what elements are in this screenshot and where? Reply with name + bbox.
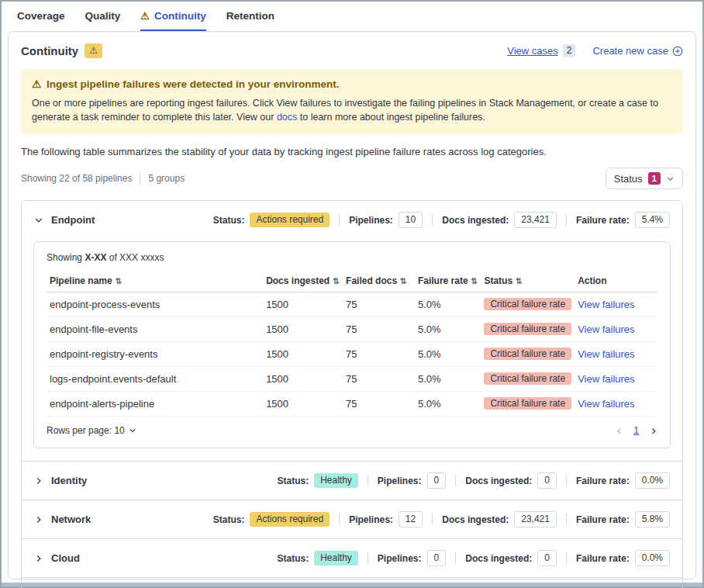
pagination: ‹ 1 ›	[615, 424, 657, 437]
tab-coverage[interactable]: Coverage	[17, 9, 65, 31]
divider	[432, 514, 433, 525]
group-cloud-stats: Status:Healthy Pipelines:0 Docs ingested…	[278, 550, 671, 566]
warning-triangle-icon: ⚠	[89, 44, 98, 57]
docs-ingested-count: 23,421	[514, 511, 557, 527]
chevron-right-icon[interactable]	[34, 554, 43, 563]
divider	[455, 552, 456, 564]
previous-page-button[interactable]: ‹	[615, 424, 623, 437]
failed-docs-cell: 75	[343, 342, 415, 367]
pipelines-count: 0	[427, 550, 447, 566]
status-label: Status:	[213, 514, 245, 525]
chevron-down-icon[interactable]	[34, 216, 43, 225]
tab-continuity[interactable]: ⚠ Continuity	[140, 9, 205, 31]
docs-ingested-count: 23,421	[514, 212, 557, 228]
sort-header-docs-ingested[interactable]: Docs ingested⇅	[263, 271, 343, 292]
view-cases-link[interactable]: View cases 2	[507, 44, 575, 57]
docs-ingested-cell: 1500	[263, 392, 343, 417]
failure-rate-label: Failure rate:	[576, 215, 630, 226]
panel-header: Continuity ⚠ View cases 2 Create new cas…	[21, 43, 683, 58]
meta-row: Showing 22 of 58 pipelines 5 groups Stat…	[21, 168, 683, 189]
view-failures-link[interactable]: View failures	[578, 398, 634, 410]
warning-triangle-icon: ⚠	[32, 78, 41, 90]
action-cell: View failures	[575, 317, 657, 342]
action-cell: View failures	[575, 367, 657, 392]
tab-retention[interactable]: Retention	[226, 9, 274, 31]
status-filter-count-badge: 1	[648, 172, 661, 185]
group-identity-header[interactable]: Identity Status:Healthy Pipelines:0 Docs…	[22, 462, 682, 500]
group-endpoint-stats: Status:Actions required Pipelines:10 Doc…	[213, 212, 670, 228]
pipelines-label: Pipelines:	[349, 215, 393, 226]
view-failures-link[interactable]: View failures	[578, 323, 634, 335]
divider	[432, 214, 433, 226]
pipeline-name-cell: endpoint-alerts-pipeline	[47, 392, 263, 417]
docs-ingested-cell: 1500	[263, 367, 343, 392]
docs-ingested-cell: 1500	[263, 292, 343, 317]
failure-rate-value: 5.4%	[635, 212, 670, 228]
status-badge: Healthy	[314, 473, 358, 488]
divider	[140, 173, 140, 185]
tab-quality[interactable]: Quality	[85, 9, 121, 31]
showing-range: X-XX	[85, 252, 106, 263]
sort-icon: ⇅	[333, 276, 340, 285]
table-description: The following table summarizes the stabi…	[21, 146, 683, 157]
pipelines-count: 0	[427, 472, 447, 489]
sort-header-failure-rate[interactable]: Failure rate⇅	[415, 271, 481, 292]
status-badge: Healthy	[314, 551, 358, 566]
docs-ingested-label: Docs ingested:	[442, 215, 509, 226]
tab-coverage-label: Coverage	[17, 10, 65, 22]
failed-docs-cell: 75	[343, 317, 415, 342]
table-showing-text: Showing X-XX of XXX xxxxs	[47, 252, 657, 263]
chevron-right-icon[interactable]	[34, 476, 43, 486]
view-failures-link[interactable]: View failures	[578, 299, 634, 310]
docs-ingested-cell: 1500	[263, 342, 343, 367]
pipelines-count: 10	[399, 212, 423, 228]
divider	[566, 214, 567, 226]
app-screen: Coverage Quality ⚠ Continuity Retention …	[0, 0, 704, 588]
failure-rate-cell: 5.0%	[415, 367, 481, 392]
table-row: endpoint-file-events 1500 75 5.0% Critic…	[47, 317, 657, 342]
showing-suffix: of XXX xxxxs	[106, 252, 164, 263]
view-failures-link[interactable]: View failures	[578, 348, 634, 360]
chevron-right-icon[interactable]	[34, 515, 43, 524]
docs-link[interactable]: docs	[277, 112, 297, 123]
callout-title: ⚠ Ingest pipeline failures were detected…	[32, 78, 672, 90]
status-badge: Actions required	[250, 213, 330, 227]
pipeline-name-cell: endpoint-file-events	[47, 317, 263, 342]
group-identity-stats: Status:Healthy Pipelines:0 Docs ingested…	[278, 472, 671, 489]
chevron-down-icon	[666, 175, 675, 183]
divider	[368, 475, 368, 486]
sort-header-status[interactable]: Status⇅	[481, 271, 575, 292]
status-filter-button[interactable]: Status 1	[606, 168, 683, 189]
warning-callout: ⚠ Ingest pipeline failures were detected…	[21, 69, 683, 134]
rows-per-page-button[interactable]: Rows per page: 10	[47, 425, 136, 436]
docs-ingested-count: 0	[537, 550, 557, 566]
create-new-case-link[interactable]: Create new case	[592, 45, 683, 57]
next-page-button[interactable]: ›	[650, 424, 657, 437]
divider	[566, 475, 567, 486]
create-case-label[interactable]: Create new case	[592, 45, 668, 57]
view-failures-link[interactable]: View failures	[578, 373, 634, 385]
group-network-stats: Status:Actions required Pipelines:12 Doc…	[213, 511, 670, 527]
pipeline-name-cell: endpoint-process-events	[47, 292, 263, 317]
status-cell: Critical failure rate	[481, 292, 575, 317]
callout-title-text: Ingest pipeline failures were detected i…	[47, 78, 339, 90]
sort-icon: ⇅	[400, 276, 407, 285]
sort-icon: ⇅	[116, 276, 123, 285]
sort-header-failed-docs[interactable]: Failed docs⇅	[343, 271, 415, 292]
status-label: Status:	[278, 553, 309, 564]
view-cases-count-badge: 2	[563, 44, 576, 57]
failed-docs-cell: 75	[343, 292, 415, 317]
sort-header-pipeline-name[interactable]: Pipeline name⇅	[47, 271, 263, 292]
action-cell: View failures	[575, 342, 657, 367]
tab-quality-label: Quality	[85, 10, 121, 22]
group-endpoint-header[interactable]: Endpoint Status:Actions required Pipelin…	[22, 201, 682, 239]
group-cloud-header[interactable]: Cloud Status:Healthy Pipelines:0 Docs in…	[22, 539, 682, 577]
view-cases-label[interactable]: View cases	[507, 45, 558, 57]
endpoint-pipelines-panel: Showing X-XX of XXX xxxxs Pipeline name⇅…	[33, 241, 671, 448]
status-badge: Critical failure rate	[484, 397, 571, 410]
page-number-1[interactable]: 1	[633, 424, 639, 436]
sort-icon: ⇅	[471, 276, 478, 285]
status-label: Status:	[213, 215, 245, 226]
group-network-header[interactable]: Network Status:Actions required Pipeline…	[22, 500, 682, 538]
continuity-panel: Continuity ⚠ View cases 2 Create new cas…	[8, 31, 696, 579]
